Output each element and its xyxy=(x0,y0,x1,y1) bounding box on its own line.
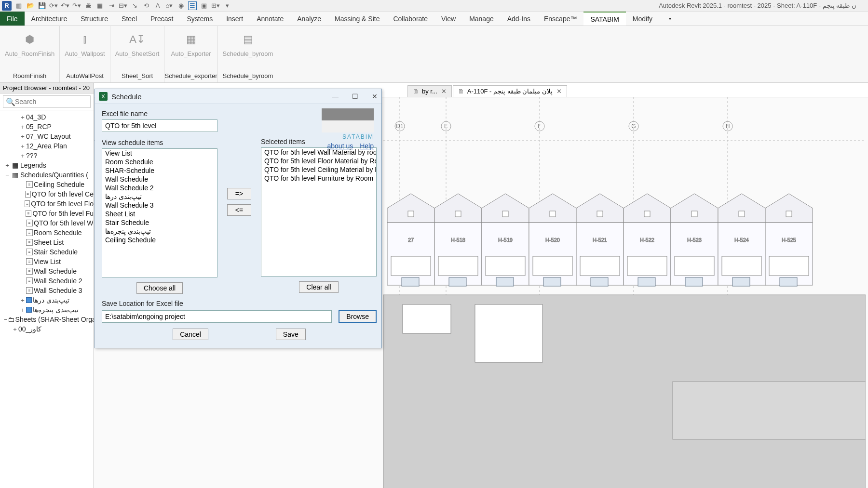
menu-steel[interactable]: Steel xyxy=(115,12,144,26)
marker-icon[interactable]: ◉ xyxy=(176,1,185,10)
tree-row[interactable]: +05_RCP xyxy=(0,122,94,132)
clear-all-button[interactable]: Clear all xyxy=(299,281,338,293)
cancel-button[interactable]: Cancel xyxy=(173,329,208,340)
tree-row[interactable]: ≡QTO for 5th level Flo xyxy=(0,199,94,209)
print-icon[interactable]: 🖶 xyxy=(84,1,93,10)
tree-row[interactable]: ≡QTO for 5th level Fu xyxy=(0,209,94,218)
tree-row[interactable]: +12_Area Plan xyxy=(0,141,94,151)
expander-icon[interactable]: + xyxy=(19,114,26,121)
open-icon[interactable]: 📂 xyxy=(26,1,35,10)
list-item[interactable]: Stair Schedule xyxy=(102,218,217,227)
menu-collaborate[interactable]: Collaborate xyxy=(386,12,434,26)
tree-row[interactable]: ≡Stair Schedule xyxy=(0,247,94,257)
list-item[interactable]: Sheet List xyxy=(102,210,217,218)
text-icon[interactable]: A xyxy=(153,1,162,10)
menu-analyze[interactable]: Analyze xyxy=(290,12,328,26)
tree-row[interactable]: +07_WC Layout xyxy=(0,132,94,141)
more-icon[interactable]: ▾ xyxy=(223,1,231,10)
excel-name-input[interactable] xyxy=(102,119,217,132)
help-link[interactable]: Help xyxy=(360,142,374,150)
about-link[interactable]: about us xyxy=(327,142,353,150)
tree-row[interactable]: ≡Wall Schedule 2 xyxy=(0,276,94,286)
expander-icon[interactable]: − xyxy=(4,171,11,179)
list-item[interactable]: Room Schedule xyxy=(102,158,217,166)
tree-row[interactable]: +کاور_00 xyxy=(0,324,94,334)
list-item[interactable]: View List xyxy=(102,149,217,158)
tree-row[interactable]: +تیپ‌بندی پنجره‌ها xyxy=(0,305,94,315)
view-tab[interactable]: 🗎by r...✕ xyxy=(407,85,452,97)
menu-systems[interactable]: Systems xyxy=(180,12,219,26)
list-item[interactable]: QTO for 5th level Ceiling Material by Ro xyxy=(261,165,376,174)
tree-row[interactable]: +تیپ‌بندی درها xyxy=(0,295,94,305)
tree-row[interactable]: ≡Ceiling Schedule xyxy=(0,180,94,189)
tree-row[interactable]: ≡Wall Schedule 3 xyxy=(0,286,94,295)
measure-icon[interactable]: ▦ xyxy=(95,1,104,10)
tree-row[interactable]: ≡Wall Schedule xyxy=(0,266,94,276)
list-item[interactable]: Wall Schedule 3 xyxy=(102,201,217,210)
undo-icon[interactable]: ↶▾ xyxy=(61,1,69,10)
file-icon[interactable]: ▥ xyxy=(14,1,23,10)
pin-icon[interactable]: ↘ xyxy=(130,1,139,10)
tree-row[interactable]: +??? xyxy=(0,151,94,160)
expander-icon[interactable]: + xyxy=(19,123,26,131)
ribbon-btn[interactable]: A↧Auto_SheetSort xyxy=(110,29,164,59)
menu-modify[interactable]: Modify xyxy=(626,12,659,26)
menu-architecture[interactable]: Architecture xyxy=(25,12,74,26)
close-icon[interactable]: ✕ xyxy=(372,92,378,100)
menu-annotate[interactable]: Annotate xyxy=(250,12,290,26)
ribbon-btn[interactable]: ▦Auto_Exporter xyxy=(166,29,216,59)
save-location-input[interactable] xyxy=(102,310,332,323)
tree-row[interactable]: −▦Schedules/Quantities ( xyxy=(0,170,94,180)
sync-icon[interactable]: ⟳▾ xyxy=(49,1,58,10)
menu-satabim[interactable]: SATABIM xyxy=(583,12,625,26)
unpin-icon[interactable]: ⟲ xyxy=(142,1,150,10)
save-icon[interactable]: 💾 xyxy=(38,1,46,10)
list-item[interactable]: Wall Schedule xyxy=(102,175,217,184)
tile-icon[interactable]: ⊞▾ xyxy=(211,1,220,10)
tree-row[interactable]: ≡Sheet List xyxy=(0,237,94,247)
menu-insert[interactable]: Insert xyxy=(219,12,250,26)
menu-add-ins[interactable]: Add-Ins xyxy=(501,12,537,26)
tab-close-icon[interactable]: ✕ xyxy=(441,88,447,95)
expander-icon[interactable]: + xyxy=(19,306,26,314)
minimize-icon[interactable]: — xyxy=(332,92,339,100)
menu-manage[interactable]: Manage xyxy=(462,12,501,26)
save-button[interactable]: Save xyxy=(276,329,306,340)
expander-icon[interactable]: + xyxy=(19,297,26,304)
list-item[interactable]: QTO for 5th level Furniture by Room xyxy=(261,174,376,183)
maximize-icon[interactable]: ☐ xyxy=(352,92,358,100)
tree-row[interactable]: +▦Legends xyxy=(0,160,94,170)
expander-icon[interactable]: + xyxy=(4,162,11,169)
home-icon[interactable]: ⌂▾ xyxy=(165,1,174,10)
redo-icon[interactable]: ↷▾ xyxy=(72,1,81,10)
list-icon[interactable]: ☰ xyxy=(188,1,197,10)
tab-close-icon[interactable]: ✕ xyxy=(556,88,562,95)
menu-enscape-[interactable]: Enscape™ xyxy=(537,12,583,26)
menu-view[interactable]: View xyxy=(434,12,462,26)
ribbon-btn[interactable]: ⬢Auto_RoomFinish xyxy=(0,29,59,59)
expander-icon[interactable]: − xyxy=(4,316,8,323)
window-icon[interactable]: ▣ xyxy=(200,1,208,10)
list-item[interactable]: تیپ‌بندی پنجره‌ها xyxy=(102,227,217,236)
expander-icon[interactable]: + xyxy=(19,143,26,150)
ribbon-btn[interactable]: ⫿Auto_Wallpost xyxy=(60,29,109,59)
tree-row[interactable]: ≡View List xyxy=(0,257,94,266)
menu-massing-site[interactable]: Massing & Site xyxy=(328,12,386,26)
dim-icon[interactable]: ⊟▾ xyxy=(119,1,127,10)
browse-button[interactable]: Browse xyxy=(339,310,377,323)
view-tab[interactable]: 🗎A-110F - پلان مبلمان طبقه پنجم✕ xyxy=(453,85,567,97)
menu-dropdown[interactable] xyxy=(659,12,678,26)
selected-items-listbox[interactable]: QTO for 5th level Wall Material by roomQ… xyxy=(261,147,377,277)
view-items-listbox[interactable]: View ListRoom ScheduleSHAR-ScheduleWall … xyxy=(102,148,217,277)
tree-row[interactable]: ≡Room Schedule xyxy=(0,228,94,237)
list-item[interactable]: Ceiling Schedule xyxy=(102,236,217,244)
expander-icon[interactable]: + xyxy=(19,133,26,140)
expander-icon[interactable]: + xyxy=(19,152,26,159)
choose-all-button[interactable]: Choose all xyxy=(136,282,183,294)
list-item[interactable]: SHAR-Schedule xyxy=(102,166,217,175)
tree-row[interactable]: −🗀Sheets (SHAR-Sheet Organisation) xyxy=(0,315,94,324)
list-item[interactable]: تیپ‌بندی درها xyxy=(102,192,217,201)
menu-precast[interactable]: Precast xyxy=(144,12,180,26)
ribbon-btn[interactable]: ▤Schedule_byroom xyxy=(218,29,278,59)
tree-row[interactable]: ≡QTO for 5th level Ce xyxy=(0,189,94,199)
